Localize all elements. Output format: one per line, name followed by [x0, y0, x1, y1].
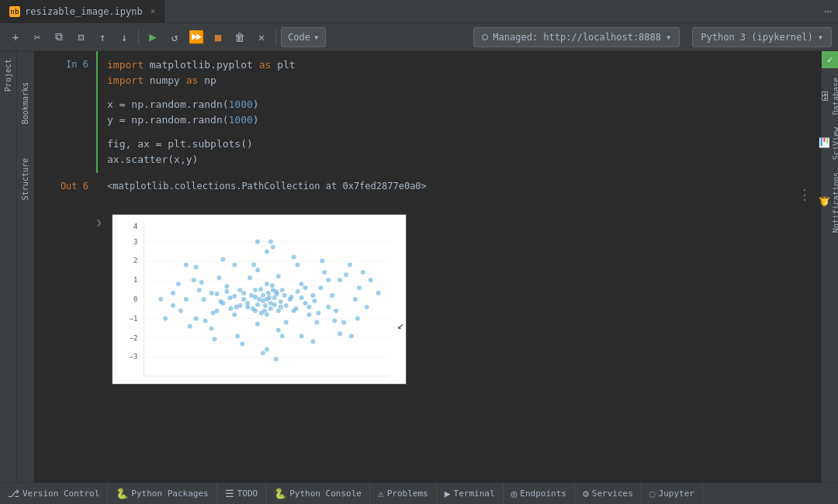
- jupyter-icon: ◌: [649, 488, 656, 499]
- server-arrow: ▾: [666, 32, 671, 43]
- tab-overflow-button[interactable]: ⋯: [824, 4, 832, 19]
- svg-point-140: [213, 337, 217, 342]
- database-panel-button[interactable]: 🗄 Database: [818, 74, 838, 118]
- svg-point-44: [227, 295, 232, 300]
- svg-point-108: [245, 301, 250, 306]
- svg-point-65: [280, 334, 285, 339]
- code-line-1: import matplotlib.pyplot as plt: [107, 57, 812, 73]
- cell-type-dropdown[interactable]: Code ▾: [281, 27, 326, 47]
- cell-code-content[interactable]: import matplotlib.pyplot as plt import n…: [96, 51, 821, 173]
- svg-point-47: [284, 320, 289, 325]
- svg-text:−3: −3: [130, 353, 138, 361]
- problems-button[interactable]: ⚠ Problems: [370, 483, 437, 504]
- copy-button[interactable]: ⧉: [50, 28, 68, 47]
- svg-point-122: [215, 292, 220, 296]
- svg-point-64: [202, 297, 206, 302]
- svg-point-90: [348, 262, 352, 267]
- svg-point-91: [369, 278, 373, 282]
- svg-point-127: [332, 319, 337, 323]
- svg-point-137: [355, 316, 360, 321]
- svg-point-123: [316, 311, 320, 316]
- svg-point-62: [235, 334, 240, 339]
- svg-point-77: [310, 340, 315, 344]
- svg-point-92: [163, 316, 168, 321]
- cut-button[interactable]: ✂: [28, 28, 47, 47]
- clear-button[interactable]: ✕: [252, 28, 271, 47]
- paste-button[interactable]: ⧈: [71, 28, 90, 47]
- stop-button[interactable]: ■: [209, 28, 227, 47]
- svg-point-132: [255, 268, 260, 272]
- server-status-dot: [482, 34, 488, 40]
- output-options-button[interactable]: ⋮: [798, 184, 812, 205]
- python-console-icon: 🐍: [274, 488, 286, 499]
- notifications-panel-button[interactable]: 🔔 Notifications: [818, 169, 838, 236]
- svg-point-48: [248, 275, 252, 280]
- svg-text:3: 3: [133, 238, 137, 246]
- restart-button[interactable]: ↺: [165, 28, 184, 47]
- svg-point-39: [296, 289, 300, 294]
- version-control-button[interactable]: ⎇ Version Control: [0, 483, 108, 504]
- svg-point-89: [184, 262, 189, 267]
- delete-button[interactable]: 🗑: [230, 28, 249, 47]
- svg-point-85: [268, 240, 273, 244]
- add-cell-button[interactable]: +: [6, 28, 25, 47]
- svg-point-142: [171, 303, 175, 308]
- svg-point-133: [344, 272, 348, 277]
- blank-line-2: [107, 127, 812, 136]
- todo-button[interactable]: ☰ TODO: [217, 483, 267, 504]
- svg-point-79: [353, 297, 358, 302]
- move-down-button[interactable]: ↓: [115, 28, 133, 47]
- svg-point-82: [178, 309, 183, 313]
- right-sidebar: ✓ 🗄 Database 📊 SciView 🔔 Notifications: [821, 51, 838, 504]
- sciview-panel-button[interactable]: 📊 SciView: [818, 124, 838, 163]
- svg-point-118: [224, 289, 229, 294]
- project-label[interactable]: Project: [4, 59, 12, 91]
- endpoints-button[interactable]: ◎ Endpoints: [504, 483, 575, 504]
- run-button[interactable]: ▶: [144, 28, 162, 47]
- svg-point-81: [357, 285, 362, 290]
- python-packages-button[interactable]: 🐍 Python Packages: [108, 483, 216, 504]
- bookmarks-label[interactable]: Bookmarks: [21, 82, 29, 124]
- python-console-button[interactable]: 🐍 Python Console: [266, 483, 370, 504]
- problems-icon: ⚠: [378, 488, 384, 499]
- plot-container: ❯: [96, 214, 821, 385]
- run-all-button[interactable]: ⏩: [187, 28, 206, 47]
- svg-point-146: [158, 297, 163, 302]
- code-line-4: y = np.random.randn(1000): [107, 112, 812, 128]
- svg-point-28: [279, 305, 283, 309]
- active-tab[interactable]: nb resizable_image.ipynb ×: [0, 0, 165, 23]
- tab-close-button[interactable]: ×: [151, 6, 156, 16]
- svg-point-119: [306, 305, 311, 309]
- services-label: Services: [592, 488, 633, 499]
- svg-point-129: [338, 332, 342, 337]
- cell-type-arrow: ▾: [313, 32, 319, 43]
- code-line-2: import numpy as np: [107, 73, 812, 88]
- move-up-button[interactable]: ↑: [93, 28, 112, 47]
- svg-point-63: [330, 293, 334, 298]
- svg-point-86: [365, 305, 369, 309]
- svg-point-145: [376, 291, 381, 295]
- svg-point-97: [261, 299, 265, 303]
- svg-point-98: [267, 295, 272, 300]
- plot-collapse-button[interactable]: ❯: [96, 214, 112, 385]
- scatter-plot: 3 2 1 0 −1 −2 −3 4: [112, 214, 407, 385]
- kernel-dropdown[interactable]: Python 3 (ipykernel) ▾: [692, 27, 832, 47]
- svg-point-117: [303, 285, 307, 290]
- svg-point-102: [275, 292, 279, 296]
- services-button[interactable]: ⚙ Services: [575, 483, 642, 504]
- svg-point-67: [334, 309, 338, 313]
- svg-point-52: [255, 322, 260, 326]
- structure-label[interactable]: Structure: [21, 158, 29, 200]
- jupyter-button[interactable]: ◌ Jupyter: [642, 483, 703, 504]
- svg-point-66: [251, 262, 256, 267]
- svg-text:4: 4: [133, 223, 137, 230]
- notifications-icon: 🔔: [819, 197, 830, 209]
- svg-point-144: [271, 245, 275, 250]
- svg-point-100: [272, 302, 277, 307]
- svg-point-96: [271, 288, 275, 292]
- svg-point-106: [253, 309, 258, 313]
- tab-bar: nb resizable_image.ipynb × ⋯: [0, 0, 838, 23]
- terminal-button[interactable]: ▶ Terminal: [437, 483, 504, 504]
- server-dropdown[interactable]: Managed: http://localhost:8888 ▾: [473, 27, 680, 47]
- svg-point-124: [211, 311, 216, 316]
